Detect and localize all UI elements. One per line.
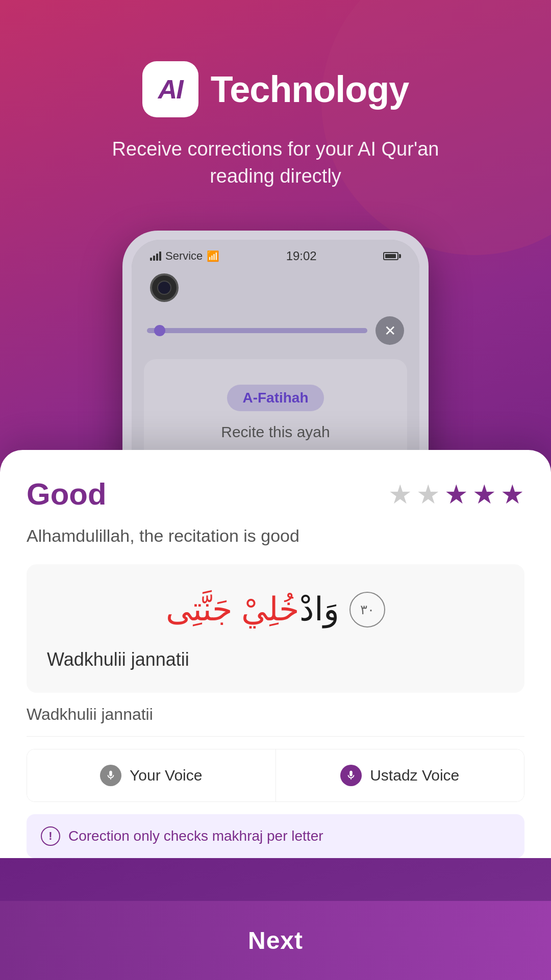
status-bar: Service 📶 19:02 <box>132 240 419 268</box>
arabic-text-black: وَادْ <box>299 591 339 627</box>
lower-section: Wadkhulii jannatii Your Voice Ustadz Voi… <box>0 693 551 858</box>
voice-options: Your Voice Ustadz Voice <box>27 749 524 802</box>
next-button[interactable]: Next <box>0 901 551 980</box>
close-button[interactable]: ✕ <box>375 316 404 345</box>
star-3: ★ <box>444 479 468 510</box>
next-button-container: Next <box>0 901 551 980</box>
star-5: ★ <box>500 479 524 510</box>
your-voice-button[interactable]: Your Voice <box>27 749 276 801</box>
rating-description: Alhamdulillah, the recitation is good <box>27 526 524 546</box>
ustadz-voice-button[interactable]: Ustadz Voice <box>276 749 524 801</box>
rating-card: Good ★ ★ ★ ★ ★ Alhamdulillah, the recita… <box>0 450 551 693</box>
ustadz-voice-label: Ustadz Voice <box>370 767 459 784</box>
surah-badge: A-Fatihah <box>227 385 323 411</box>
signal-bar-4 <box>159 252 161 261</box>
signal-bar-2 <box>153 256 155 261</box>
verse-card: ٣٠ وَادْخُلِيْ جَنَّتِى Wadkhulii jannat… <box>27 564 524 693</box>
ayah-number: ٣٠ <box>349 592 385 627</box>
audio-progress-bar[interactable] <box>147 328 367 333</box>
audio-controls[interactable]: ✕ <box>132 312 419 349</box>
audio-thumb[interactable] <box>154 325 165 336</box>
rating-row: Good ★ ★ ★ ★ ★ <box>27 476 524 512</box>
phone-screen: Service 📶 19:02 <box>132 240 419 466</box>
signal-bar-3 <box>156 254 158 261</box>
logo-row: AI Technology <box>142 61 409 117</box>
header-section: AI Technology Receive corrections for yo… <box>0 0 551 220</box>
star-4: ★ <box>472 479 496 510</box>
notice-text: Corection only checks makhraj per letter <box>68 828 323 844</box>
battery-icon <box>383 252 401 260</box>
header-subtitle: Receive corrections for your AI Qur'an r… <box>102 136 449 190</box>
signal-icon <box>150 252 161 261</box>
your-voice-label: Your Voice <box>130 767 202 784</box>
camera-inner <box>157 281 171 295</box>
arabic-row: ٣٠ وَادْخُلِيْ جَنَّتِى <box>47 587 504 633</box>
ai-badge: AI <box>142 61 198 117</box>
signal-bar-1 <box>150 258 152 261</box>
tech-label: Technology <box>211 68 409 110</box>
ustadz-voice-icon <box>340 765 362 786</box>
wifi-icon: 📶 <box>207 250 219 262</box>
phone-inner: Service 📶 19:02 <box>132 240 419 482</box>
lower-transliteration: Wadkhulii jannatii <box>27 693 524 737</box>
notice-icon: ! <box>41 826 60 846</box>
transliteration-text: Wadkhulii jannatii <box>47 649 504 670</box>
your-voice-icon <box>100 765 121 786</box>
grade-label: Good <box>27 476 107 512</box>
service-label: Service <box>165 249 203 263</box>
camera-area <box>132 268 419 312</box>
clock: 19:02 <box>286 249 317 263</box>
status-left: Service 📶 <box>150 249 219 263</box>
recite-prompt: Recite this ayah <box>164 423 387 441</box>
arabic-text-red: خُلِيْ جَنَّتِى <box>166 591 300 627</box>
correction-notice: ! Corection only checks makhraj per lett… <box>27 814 524 858</box>
star-rating: ★ ★ ★ ★ ★ <box>388 479 524 510</box>
camera-circle <box>150 273 179 302</box>
arabic-text: وَادْخُلِيْ جَنَّتِى <box>166 587 340 633</box>
star-1: ★ <box>388 479 412 510</box>
star-2: ★ <box>416 479 440 510</box>
